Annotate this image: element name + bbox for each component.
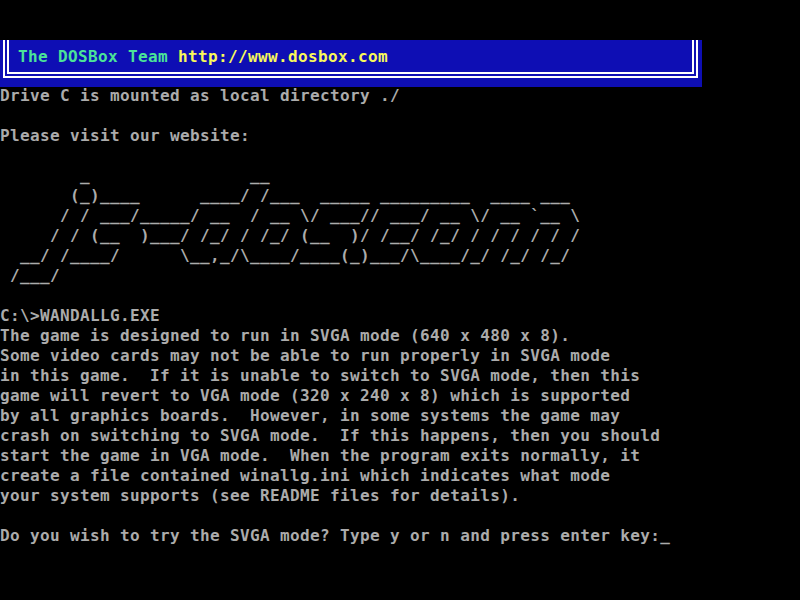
jsdos-ascii-logo: _ __ (_)____ ____/ /___ _____ _________ … [0, 166, 580, 286]
banner-text-line: The DOSBox Team http://www.dosbox.com [18, 47, 388, 67]
dosbox-team-label: The DOSBox Team [18, 47, 178, 66]
dosbox-terminal-screen[interactable]: The DOSBox Team http://www.dosbox.com Dr… [0, 0, 800, 600]
dosbox-url-link: http://www.dosbox.com [178, 47, 388, 66]
command-prompt-line: C:\>WANDALLG.EXE [0, 306, 160, 326]
terminal-cursor[interactable]: _ [660, 526, 670, 545]
svga-question-line: Do you wish to try the SVGA mode? Type y… [0, 526, 670, 546]
dosbox-welcome-banner: The DOSBox Team http://www.dosbox.com [0, 40, 702, 87]
visit-website-line: Please visit our website: [0, 126, 250, 146]
mount-status-line: Drive C is mounted as local directory ./ [0, 86, 400, 106]
svga-info-text-block: The game is designed to run in SVGA mode… [0, 326, 660, 506]
question-text: Do you wish to try the SVGA mode? Type y… [0, 526, 660, 545]
